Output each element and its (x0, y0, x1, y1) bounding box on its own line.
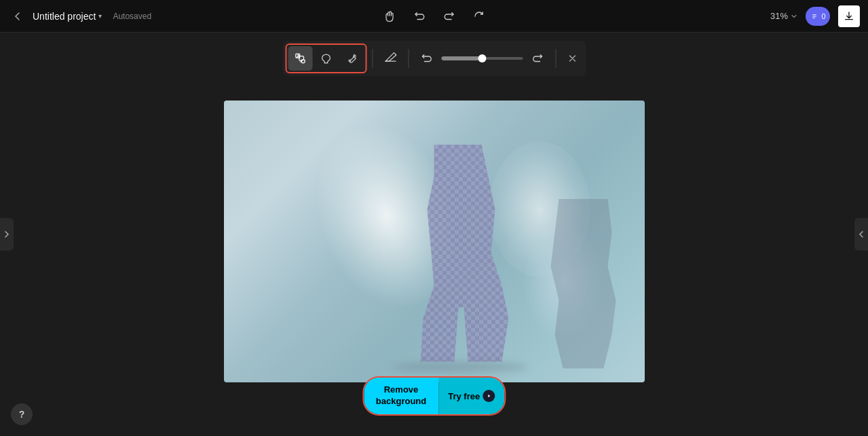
main-canvas-area: Removebackground Try free ? (0, 33, 868, 436)
main-figure (394, 145, 529, 362)
lasso-tool-button[interactable] (314, 46, 338, 71)
pen-tool-button[interactable] (339, 46, 364, 71)
redo-button[interactable] (438, 5, 460, 27)
svg-point-5 (353, 55, 355, 57)
try-free-label: Try free (448, 391, 480, 401)
hand-tool-button[interactable] (379, 5, 400, 27)
undo-button[interactable] (409, 5, 430, 27)
remove-background-banner: Removebackground Try free (362, 376, 506, 416)
floating-toolbar (282, 41, 586, 76)
erase-tool-button[interactable] (378, 46, 402, 71)
header-right: 31% 0 (770, 5, 860, 27)
remove-background-button[interactable]: Removebackground (364, 378, 438, 414)
toolbar-divider-2 (408, 49, 409, 68)
close-toolbar-button[interactable] (561, 48, 583, 69)
smart-select-tool-button[interactable] (288, 46, 312, 71)
remove-background-label: Removebackground (376, 384, 426, 407)
brush-size-slider[interactable] (441, 57, 523, 60)
project-title-text: Untitled project (33, 11, 96, 22)
svg-point-3 (297, 54, 299, 56)
refresh-button[interactable] (468, 5, 490, 27)
download-button[interactable] (838, 5, 860, 27)
header-left: Untitled project ▾ Autosaved (8, 7, 151, 26)
undo-brush-button[interactable] (414, 46, 438, 71)
notification-count: 0 (821, 12, 825, 20)
right-sidebar-toggle[interactable] (854, 218, 868, 251)
header: Untitled project ▾ Autosaved (0, 0, 868, 33)
ground-shadow (392, 362, 528, 372)
figure-color-overlay (394, 145, 529, 362)
header-center-controls (379, 5, 490, 27)
try-free-icon (483, 390, 495, 402)
toolbar-divider-3 (555, 49, 556, 68)
zoom-level: 31% (770, 11, 788, 21)
project-title[interactable]: Untitled project ▾ (33, 11, 102, 22)
try-free-button[interactable]: Try free (438, 378, 504, 414)
zoom-control[interactable]: 31% (770, 11, 797, 21)
redo-brush-button[interactable] (525, 46, 550, 71)
back-button[interactable] (8, 7, 27, 26)
help-button[interactable]: ? (11, 403, 33, 425)
canvas-background (224, 101, 645, 382)
brush-size-slider-container (441, 57, 523, 60)
svg-point-4 (348, 60, 350, 62)
help-icon: ? (19, 409, 25, 420)
tool-group (285, 43, 366, 73)
toolbar-divider-1 (372, 49, 373, 68)
project-title-chevron: ▾ (98, 12, 102, 20)
autosaved-label: Autosaved (113, 12, 151, 21)
canvas-image[interactable] (224, 101, 645, 382)
left-sidebar-toggle[interactable] (0, 218, 14, 251)
notification-button[interactable]: 0 (806, 7, 830, 26)
